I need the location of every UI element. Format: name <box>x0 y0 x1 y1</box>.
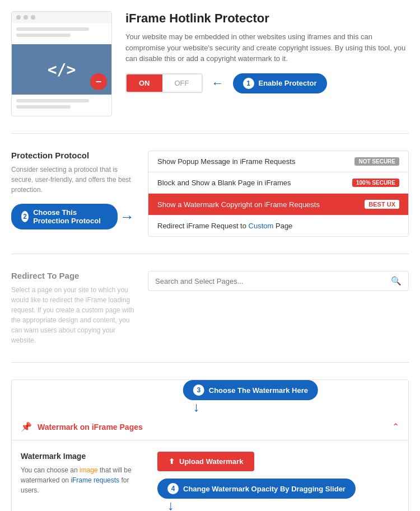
toggle-on-btn[interactable]: ON <box>127 74 162 92</box>
watermark-pin-icon: 📌 <box>21 421 32 432</box>
protocol-option-3-label: Show a Watermark Copyright on iFrame Req… <box>157 200 365 209</box>
code-icon: </> <box>48 60 76 79</box>
upload-watermark-button[interactable]: ⬆ Upload Watermark <box>157 452 254 471</box>
dot1 <box>16 15 21 20</box>
preview-line-3 <box>16 99 89 102</box>
preview-line-1 <box>16 27 89 31</box>
watermark-section: 3 Choose The Watermark Here ↓ 📌 Watermar… <box>11 379 409 511</box>
callout3-arrow-down: ↓ <box>193 400 200 414</box>
search-box[interactable]: 🔍 <box>148 271 409 291</box>
protocol-section: Protection Protocol Consider selecting a… <box>11 151 409 254</box>
redirect-left: Redirect To Page Select a page on your s… <box>11 271 134 345</box>
redirect-description: Select a page on your site to which you … <box>11 285 134 345</box>
page-title: iFrame Hotlink Protector <box>125 11 409 26</box>
callout4-wrapper: 4 Change Watermark Opacity By Dragging S… <box>157 479 356 511</box>
upload-area: ⬆ Upload Watermark <box>157 452 254 471</box>
dot2 <box>24 15 28 20</box>
chevron-up-icon[interactable]: ⌃ <box>392 421 399 432</box>
enable-protector-callout[interactable]: 1 Enable Protector <box>233 73 327 93</box>
callout4-num: 4 <box>167 483 179 494</box>
upload-icon: ⬆ <box>169 457 175 466</box>
toggle-row: ON OFF ← 1 Enable Protector <box>125 73 409 93</box>
protocol-left: Protection Protocol Consider selecting a… <box>11 151 134 229</box>
search-input[interactable] <box>155 277 386 285</box>
top-text: iFrame Hotlink Protector Your website ma… <box>125 11 409 93</box>
protocol-callout-row: 2 Choose This Protection Protocol → <box>11 204 134 229</box>
no-icon: − <box>90 73 107 90</box>
protocol-option-4[interactable]: Redirect iFrame Request to Custom Page <box>148 215 408 236</box>
dot3 <box>31 15 35 20</box>
callout2-label: Choose This Protection Protocol <box>33 208 108 225</box>
callout4-arrow-down: ↓ <box>167 499 174 511</box>
callout1-num: 1 <box>243 78 254 89</box>
preview-line-2 <box>16 34 71 37</box>
preview-content: </> − <box>12 44 111 95</box>
protocol-description: Consider selecting a protocol that is se… <box>11 165 134 195</box>
watermark-header: 📌 Watermark on iFrame Pages ⌃ <box>12 414 408 440</box>
watermark-header-left: 📌 Watermark on iFrame Pages <box>21 421 143 432</box>
change-opacity-callout[interactable]: 4 Change Watermark Opacity By Dragging S… <box>157 479 356 499</box>
preview-top-bar <box>12 12 111 23</box>
page-description: Your website may be embedded in other we… <box>125 31 409 64</box>
top-section: </> − iFrame Hotlink Protector Your webs… <box>11 11 409 134</box>
callout3-label: Choose The Watermark Here <box>209 386 308 395</box>
protocol-option-3[interactable]: Show a Watermark Copyright on iFrame Req… <box>148 194 408 215</box>
toggle-off-btn[interactable]: OFF <box>162 74 202 92</box>
watermark-callout-area: 3 Choose The Watermark Here ↓ <box>12 380 408 414</box>
protocol-option-2-label: Block and Show a Blank Page in iFrames <box>157 179 352 187</box>
protocol-option-2[interactable]: Block and Show a Blank Page in iFrames 1… <box>148 172 408 194</box>
iframe-highlight: iFrame requests <box>71 476 119 484</box>
upload-btn-label: Upload Watermark <box>179 457 243 466</box>
watermark-body: Watermark Image You can choose an image … <box>12 440 408 511</box>
choose-watermark-callout[interactable]: 3 Choose The Watermark Here <box>183 380 318 400</box>
watermark-image-left: Watermark Image You can choose an image … <box>21 452 144 495</box>
arrow-to-protocol: → <box>120 209 134 224</box>
callout3-num: 3 <box>193 385 204 396</box>
watermark-title: Watermark on iFrame Pages <box>38 423 143 432</box>
preview-lines-bottom <box>12 95 111 116</box>
preview-line-4 <box>16 105 71 109</box>
preview-box: </> − <box>11 11 112 116</box>
redirect-section: Redirect To Page Select a page on your s… <box>11 271 409 363</box>
toggle-switch[interactable]: ON OFF <box>125 73 203 93</box>
protocol-option-1[interactable]: Show Popup Message in iFrame Requests NO… <box>148 151 408 172</box>
search-icon: 🔍 <box>391 276 402 286</box>
redirect-heading: Redirect To Page <box>11 271 134 280</box>
protocol-option-4-label: Redirect iFrame Request to Custom Page <box>157 222 399 230</box>
callout1-label: Enable Protector <box>259 79 317 87</box>
callout3-wrapper: 3 Choose The Watermark Here ↓ <box>183 380 318 414</box>
protocol-option-3-badge: BEST UX <box>365 200 399 209</box>
preview-lines-top <box>12 23 111 44</box>
callout4-label: Change Watermark Opacity By Dragging Sli… <box>183 485 346 493</box>
redirect-right: 🔍 <box>148 271 409 291</box>
protocol-options: Show Popup Message in iFrame Requests NO… <box>148 151 409 237</box>
watermark-image-heading: Watermark Image <box>21 452 144 461</box>
watermark-image-description: You can choose an image that will be wat… <box>21 465 144 495</box>
protocol-heading: Protection Protocol <box>11 151 134 160</box>
choose-protocol-callout[interactable]: 2 Choose This Protection Protocol <box>11 204 118 229</box>
callout2-num: 2 <box>21 211 29 222</box>
image-highlight: image <box>80 466 98 474</box>
arrow-to-callout: ← <box>212 76 224 91</box>
protocol-option-1-badge: NOT SECURE <box>354 157 399 166</box>
protocol-option-1-label: Show Popup Message in iFrame Requests <box>157 157 354 166</box>
protocol-option-2-badge: 100% SECURE <box>352 179 399 187</box>
